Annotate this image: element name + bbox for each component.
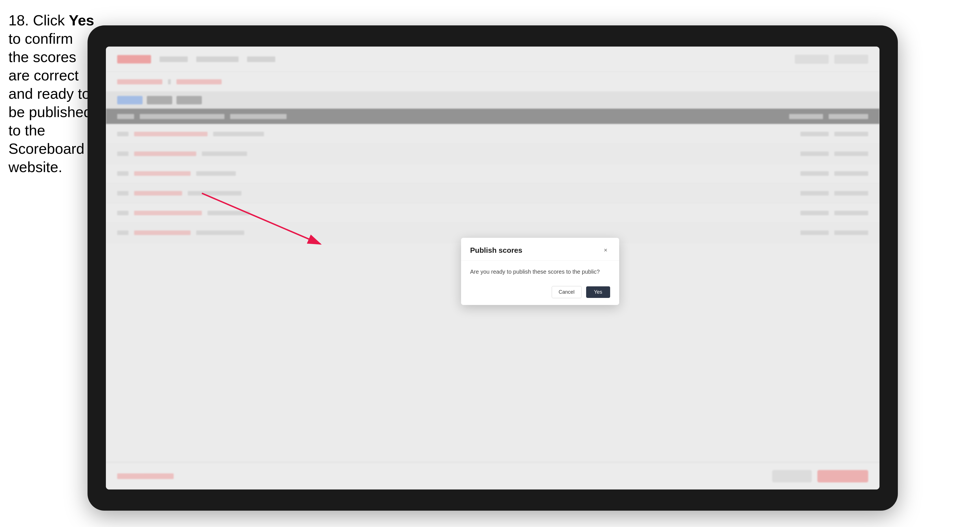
instruction-bold: Yes bbox=[69, 12, 94, 29]
modal-title: Publish scores bbox=[470, 246, 522, 254]
instruction-text: 18. Click Yes to confirm the scores are … bbox=[8, 11, 96, 176]
tablet-device: Publish scores × Are you ready to publis… bbox=[88, 25, 898, 511]
publish-scores-dialog: Publish scores × Are you ready to publis… bbox=[461, 238, 619, 305]
modal-close-button[interactable]: × bbox=[601, 246, 610, 255]
modal-footer: Cancel Yes bbox=[461, 281, 619, 305]
modal-header: Publish scores × bbox=[461, 238, 619, 261]
modal-message: Are you ready to publish these scores to… bbox=[470, 267, 610, 276]
modal-body: Are you ready to publish these scores to… bbox=[461, 261, 619, 281]
tablet-screen: Publish scores × Are you ready to publis… bbox=[106, 46, 880, 489]
step-number: 18. Click bbox=[8, 12, 69, 29]
cancel-button[interactable]: Cancel bbox=[552, 286, 582, 298]
instruction-suffix: to confirm the scores are correct and re… bbox=[8, 30, 92, 175]
yes-button[interactable]: Yes bbox=[586, 286, 610, 298]
